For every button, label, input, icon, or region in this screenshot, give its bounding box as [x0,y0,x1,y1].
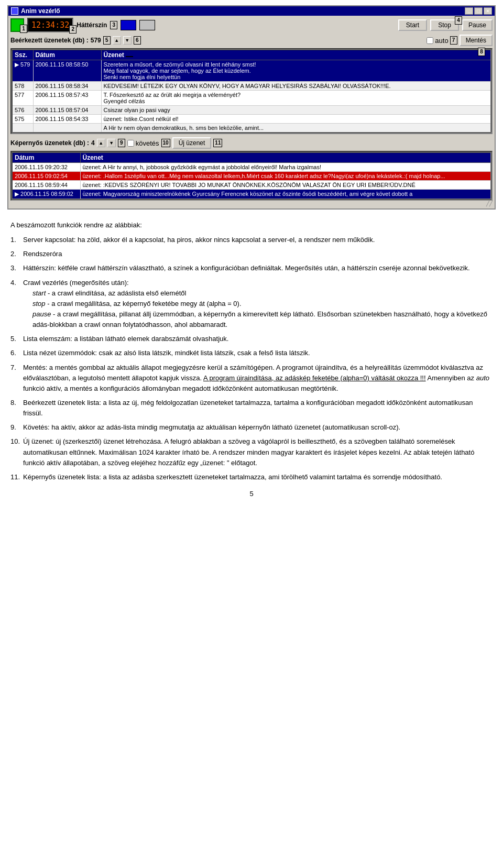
row-ssz: 578 [12,82,33,91]
table-row[interactable]: ▶ 2006.11.15 08:59:02üzenet: Magyarorszá… [12,190,491,200]
header-uzenet: Üzenet [101,50,491,60]
table1-header-row: Ssz. Dátum Üzenet [12,50,491,60]
mentes-button[interactable]: Mentés [460,35,493,46]
row-uzenet: A Hir tv nem olyan demokratikus, h. sms … [101,124,491,133]
row-uzenet: T. Főszerkesztő az az őrült aki megirja … [101,91,491,106]
list-item: 10.Új üzenet: új (szerkesztői) üzenet lé… [10,436,493,468]
label-5: 5 [103,36,111,45]
list-item-text: Mentés: a mentés gombbal az aktuális áll… [23,362,493,394]
row2-uzenet: üzenet: :KEDVES SZÖRÉNYI UR! TOVABBI JO … [80,181,491,190]
list-item-number: 5. [10,334,20,344]
item4-sub-1: stop - a crawl megállítása, az képernyő … [32,299,493,309]
color-box-blue[interactable] [121,20,136,30]
list-item-text: Crawl vezérlés (megerősítés után):start … [23,278,493,331]
label-7: 7 [450,36,457,45]
start-button[interactable]: Start [398,19,427,31]
window-title: Anim vezérlő [21,7,60,15]
pause-button[interactable]: Pause [462,19,493,31]
arrow-up-btn[interactable]: ▲ [113,36,121,45]
header2-uzenet: Üzenet [80,152,491,163]
row-datum: 2006.11.15 08:58:50 [33,60,101,82]
uj-uzenet-button[interactable]: Új üzenet [172,137,212,149]
auto-italic: auto [476,374,489,382]
arrow-down-btn[interactable]: ▼ [123,36,132,45]
kovetes-checkbox-group: követés [127,139,159,147]
list-item-text: Követés: ha aktív, akkor az adás-lista m… [23,422,493,433]
underline-text: A program újraindítása, az adáskép feket… [203,374,426,382]
list-item: 5.Lista elemszám: a listában látható ele… [10,334,493,344]
table-row[interactable]: ▶ 5792006.11.15 08:58:50Szeretem a műsor… [12,60,491,82]
toolbar-row-2: Beérkezett üzenetek (db) : 579 5 ▲ ▼ 6 a… [10,35,493,46]
list-item-number: 7. [10,362,20,394]
kepernyo-label: Képernyős üzenetek (db) : [10,139,89,147]
table-row[interactable]: A Hir tv nem olyan demokratikus, h. sms … [12,124,491,133]
header-datum: Dátum [33,50,101,60]
table-row[interactable]: 5772006.11.15 08:57:43T. Főszerkesztő az… [12,91,491,106]
item4-main: Crawl vezérlés (megerősítés után): [23,279,129,287]
row-ssz: ▶ 579 [12,60,33,82]
titlebar-left: Anim vezérlő [11,7,60,15]
list-item: 7.Mentés: a mentés gombbal az aktuális á… [10,362,493,394]
list-item-number: 9. [10,422,20,433]
label-2: 2 [69,25,76,34]
list-item: 4.Crawl vezérlés (megerősítés után):star… [10,278,493,331]
list-item-number: 6. [10,348,20,358]
document-section: A beszámozott funkciók rendre az alábbia… [0,215,503,510]
label-10: 10 [161,139,170,147]
table-row[interactable]: 2006.11.15 08:59:44üzenet: :KEDVES SZÖRÉ… [12,181,491,190]
resize-handle[interactable]: ╱╱ [10,201,493,206]
list-item-number: 1. [10,235,20,245]
list-item-text: Server kapcsolat: ha zöld, akkor él a ka… [23,235,493,245]
list-item-text: Új üzenet: új (szerkesztői) üzenet létre… [23,436,493,468]
beerkezett-table: Ssz. Dátum Üzenet ▶ 5792006.11.15 08:58:… [12,49,491,133]
list-item: 1.Server kapcsolat: ha zöld, akkor él a … [10,235,493,245]
color-box-gray[interactable] [139,20,155,30]
table1-scroll: Ssz. Dátum Üzenet ▶ 5792006.11.15 08:58:… [10,48,493,134]
header2-datum: Dátum [12,152,80,163]
table-row[interactable]: 5782006.11.15 08:58:34KEDVESEIM! LÉTEZIK… [12,82,491,91]
list-item-text: Képernyős üzenetek lista: a lista az adá… [23,472,493,482]
row-ssz [12,124,33,133]
minimize-button[interactable]: _ [465,7,473,15]
table2-body: 2006.11.15 09:20:32üzenet: A Hir tv anny… [12,163,491,200]
row-ssz: 575 [12,115,33,124]
table-row[interactable]: 5752006.11.15 08:54:33üzenet: Istike.Cso… [12,115,491,124]
time-display: 12:34:32 [27,18,73,32]
label-11: 11 [213,139,222,147]
kovetes-label: követés [136,139,159,147]
item4-sub-0: start - a crawl elindítása, az adáslista… [32,288,493,299]
list-item: 9.Követés: ha aktív, akkor az adás-lista… [10,422,493,433]
close-button[interactable]: × [484,7,492,15]
table2-header-row: Dátum Üzenet [12,152,491,163]
item4-sub-2: pause - a crawl megállítása, pillanat ál… [32,309,493,330]
list-item-number: 8. [10,398,20,419]
titlebar: Anim vezérlő _ □ × [8,6,495,16]
beerkezett-count: 579 [91,37,101,44]
row2-datum: 2006.11.15 09:02:54 [12,172,80,181]
list-item: 8.Beérkezett üzenetek lista: a lista az … [10,398,493,419]
kepernyo-count: 4 [91,139,95,147]
list-item: 2.Rendszeróra [10,249,493,259]
doc-intro: A beszámozott funkciók rendre az alábbia… [10,220,493,230]
row-datum: 2006.11.15 08:57:04 [33,106,101,115]
row2-uzenet: üzenet: Magyarország miniszterelnökének … [80,190,491,200]
label-9: 9 [118,139,125,147]
label-6: 6 [134,36,141,45]
start-italic: start [32,289,46,297]
kovetes-checkbox[interactable] [127,140,134,147]
list-item-number: 11. [10,472,20,482]
list-item-number: 4. [10,278,20,331]
list-item-text: Háttérszín: kétféle crawl háttérszín vál… [23,263,493,273]
arrow-down-btn-2[interactable]: ▼ [107,139,116,147]
arrow-up-btn-2[interactable]: ▲ [97,139,105,147]
maximize-button[interactable]: □ [474,7,483,15]
auto-checkbox[interactable] [427,37,433,44]
list-item: 6.Lista nézet üzemmódok: csak az alsó li… [10,348,493,358]
toolbar-row-1: 1 12:34:32 2 Háttérszín 3 Start Stop 4 P… [10,18,493,32]
table-row[interactable]: 5762006.11.15 08:57:04Csiszar olyan jo p… [12,106,491,115]
table-row[interactable]: 2006.11.15 09:02:54üzenet: .Hallom 1szép… [12,172,491,181]
table1-wrapper: 8 Ssz. Dátum Üzenet ▶ 5792006.11.15 08:5… [10,48,493,134]
list-item-number: 2. [10,249,20,259]
list-item-text: Rendszeróra [23,249,493,259]
table-row[interactable]: 2006.11.15 09:20:32üzenet: A Hir tv anny… [12,163,491,172]
